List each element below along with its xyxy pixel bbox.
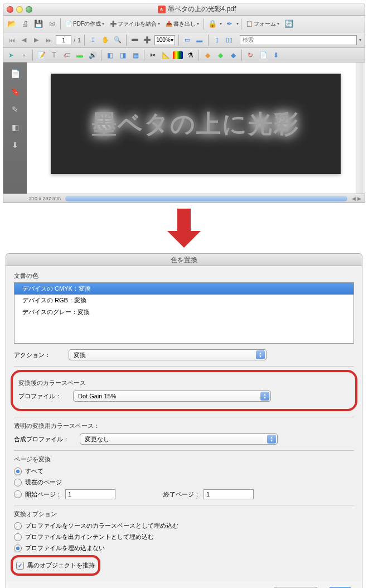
create-pdf-button[interactable]: 📄PDFの作成▾ [63,19,106,29]
pages-title: ページを変換 [14,455,354,464]
audio-icon[interactable]: 🔊 [87,50,98,61]
vertical-scrollbar[interactable] [356,62,364,194]
profile-select[interactable]: Dot Gain 15% ▲▼ [73,391,271,402]
action-select[interactable]: 変換 ▲▼ [69,349,267,360]
scroll-arrows[interactable]: ◀ ▶ [352,196,361,201]
blend-profile-label: 合成プロファイル： [14,435,75,444]
last-page-icon[interactable]: ⏭ [43,35,54,45]
opt-no-embed-label: プロファイルを埋め込まない [25,544,105,552]
print-icon[interactable]: 🖨 [19,18,31,30]
zoom-out-icon[interactable]: ➖ [130,35,140,45]
t6-icon[interactable]: ⬇ [270,50,282,61]
t1-icon[interactable]: ◆ [202,50,213,61]
arrow-down-icon [167,209,201,248]
checkbox-preserve-black[interactable] [16,562,24,570]
touchup-icon[interactable]: ▫ [18,50,30,61]
fit-page-icon[interactable]: ▭ [182,35,192,45]
email-icon[interactable]: ✉ [46,18,58,30]
opt-embed-output-label: プロファイルを出力インテントとして埋め込む [25,533,154,541]
profile-label: プロファイル： [18,392,69,401]
minimize-icon[interactable] [16,6,23,13]
radio-all-pages[interactable] [14,467,22,475]
range-start-label: 開始ページ： [25,490,62,499]
main-toolbar: 📂 🖨 💾 ✉ 📄PDFの作成▾ ➕ファイルを結合▾ 📤書き出し▾ 🔒▾ ✒▾ … [3,16,365,32]
radio-page-range[interactable] [14,490,22,498]
single-page-icon[interactable]: ▯ [212,35,222,45]
two-page-icon[interactable]: ▯▯ [224,35,234,45]
combine-files-button[interactable]: ➕ファイルを結合▾ [108,19,162,29]
tools-toolbar: ➤ ▫ 📝 T 🏷 ▬ 🔊 ◧ ◨ ▦ ✂ 📐 ⚗ ◆ ◆ ◆ ↻ 📄 ⬇ [3,48,365,62]
bookmarks-panel-icon[interactable]: 🔖 [8,85,22,98]
list-item[interactable]: デバイスの RGB：変換 [14,295,354,306]
first-page-icon[interactable]: ⏮ [7,35,17,45]
radio-current-page[interactable] [14,479,22,486]
blend-profile-select[interactable]: 変更なし ▲▼ [80,433,278,445]
transparency-title: 透明の変換用カラースペース： [14,422,354,430]
hand-tool-icon[interactable]: ✋ [100,35,110,45]
secure-icon[interactable]: 🔒 [206,18,219,30]
radio-embed-source[interactable] [14,522,22,530]
flask-icon[interactable]: ⚗ [185,50,196,61]
text-edit-icon[interactable]: T [49,50,60,61]
document-view[interactable]: 墨ベタの上に光彩 [27,62,365,194]
page-dimensions: 210 x 297 mm [29,196,61,201]
color-icon[interactable] [173,51,183,59]
zoom-icon[interactable] [26,6,32,13]
radio-no-embed[interactable] [14,544,22,552]
arrow-tool-icon[interactable]: ➤ [6,50,17,61]
range-end-label: 終了ページ： [163,490,200,499]
crop-icon[interactable]: ✂ [147,50,158,61]
pdf-file-icon: A [158,6,166,13]
horizontal-scrollbar[interactable] [65,196,347,201]
select-tool-icon[interactable]: 𝙸 [88,35,98,45]
document-colors-list[interactable]: デバイスの CMYK：変換 デバイスの RGB：変換 デバイスのグレー：変換 [14,282,354,344]
start-page-input[interactable] [65,489,115,499]
list-item[interactable]: デバイスの CMYK：変換 [14,283,354,295]
prev-page-icon[interactable]: ◀ [19,35,29,45]
highlight-icon[interactable]: ▬ [74,50,85,61]
forms-button[interactable]: 📋フォーム▾ [244,19,282,29]
zoom-in-icon[interactable]: ➕ [142,35,152,45]
navigation-toolbar: ⏮ ◀ ▶ ⏭ / 1 𝙸 ✋ 🔍 ➖ ➕ 100% ▾ ▭ ▬ ▯ ▯▯ ▾ [3,32,365,48]
pdf-viewer-window: A 墨ベタの上の光彩4.pdf 📂 🖨 💾 ✉ 📄PDFの作成▾ ➕ファイルを結… [3,3,365,203]
highlight-preserve-black: 黒のオブジェクトを推持 [11,555,100,576]
save-icon[interactable]: 💾 [32,18,45,30]
zoom-select[interactable]: 100% ▾ [154,35,175,45]
doc-colors-label: 文書の色 [14,272,354,280]
layers-panel-icon[interactable]: ◧ [8,121,22,134]
sidebar: 📄 🔖 ✎ ◧ ⬇ [3,62,27,194]
highlight-target-colorspace: 変換後のカラースペース プロファイル： Dot Gain 15% ▲▼ [11,370,357,411]
t3-icon[interactable]: ◆ [227,50,239,61]
review-icon[interactable]: 🔄 [283,18,295,30]
radio-all-label: すべて [25,467,43,475]
list-item[interactable]: デバイスのグレー：変換 [14,306,354,318]
note-icon[interactable]: 📝 [36,50,47,61]
opt-preserve-black-label: 黒のオブジェクトを推持 [27,561,95,570]
next-page-icon[interactable]: ▶ [31,35,41,45]
end-page-input[interactable] [204,489,254,499]
tool-c-icon[interactable]: ▦ [130,50,141,61]
t2-icon[interactable]: ◆ [215,50,226,61]
close-icon[interactable] [7,6,13,13]
radio-embed-output[interactable] [14,533,22,541]
fit-width-icon[interactable]: ▬ [195,35,205,45]
action-label: アクション： [14,351,64,359]
tool-a-icon[interactable]: ◧ [104,50,115,61]
t5-icon[interactable]: 📄 [258,50,269,61]
folder-icon[interactable]: 📂 [6,18,18,30]
pages-panel-icon[interactable]: 📄 [8,67,22,80]
target-space-title: 変換後のカラースペース [18,379,350,387]
sign-icon[interactable]: ✒ [223,18,235,30]
page-total: 1 [78,37,81,44]
page-number-input[interactable] [56,35,71,45]
t4-icon[interactable]: ↻ [245,50,256,61]
export-button[interactable]: 📤書き出し▾ [163,19,201,29]
stamp-icon[interactable]: 🏷 [61,50,72,61]
document-content: 墨ベタの上に光彩 [51,74,341,174]
attachments-panel-icon[interactable]: ⬇ [8,138,22,152]
marquee-zoom-icon[interactable]: 🔍 [113,35,123,45]
search-input[interactable] [240,35,357,45]
ruler-icon[interactable]: 📐 [160,50,171,61]
tool-b-icon[interactable]: ◨ [117,50,128,61]
signatures-panel-icon[interactable]: ✎ [8,103,22,116]
